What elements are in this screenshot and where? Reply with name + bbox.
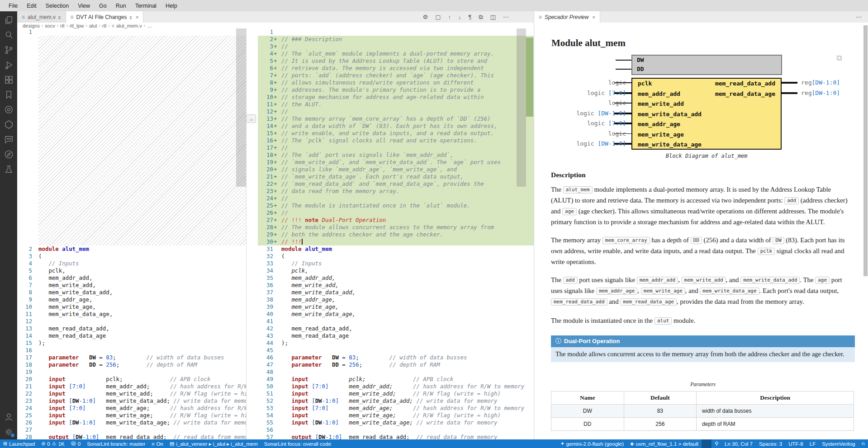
diff-modified-pane[interactable]: 1 2+// ### Description3+//4+// The `alut… — [258, 28, 534, 439]
statusbar-dvt-toggle[interactable]: ≡On — [148, 439, 166, 448]
code-line[interactable]: 50 input [7:0] mem_addr_add; // hash add… — [258, 383, 534, 390]
breadcrumb-item[interactable]: alut — [89, 23, 97, 28]
code-line[interactable]: 22+// `mem_read_data_add` and `mem_read_… — [258, 180, 534, 188]
tab-alut-mem-v[interactable]: ≡alut_mem.vc — [17, 11, 66, 23]
code-line[interactable]: 9 mem_addr_age, — [17, 296, 246, 303]
menu-edit[interactable]: Edit — [23, 1, 41, 10]
code-line[interactable]: 46 parameter DW = 83; // width of data b… — [258, 354, 534, 361]
code-line[interactable]: 24 input [7:0] mem_addr_age; // hash add… — [17, 405, 246, 412]
statusbar-sonarlint-branch[interactable]: SonarLint branch: master — [84, 439, 148, 448]
flask-icon[interactable] — [0, 162, 17, 177]
chat-icon[interactable] — [0, 132, 17, 147]
statusbar-search-status-icon[interactable]: ⚲ — [711, 439, 721, 448]
frame-icon[interactable]: ▢ — [435, 14, 441, 20]
code-line[interactable]: 54 input mem_write_age; // R/W flag (wri… — [258, 412, 534, 419]
close-icon[interactable]: × — [136, 14, 138, 20]
code-line[interactable]: 52 input [DW-1:0] mem_write_data_add; //… — [258, 397, 534, 405]
code-line[interactable]: 47 parameter DD = 256; // depth of RAM — [258, 361, 534, 368]
code-line[interactable]: 31 module alut_mem — [258, 245, 534, 253]
code-line[interactable]: 27+// !!! note Dual-Port Operation — [258, 217, 534, 224]
code-line[interactable]: 39 mem_write_age, — [258, 303, 534, 311]
code-line[interactable]: 48 — [258, 368, 534, 376]
code-line[interactable]: 26 input [DW-1:0] mem_write_data_age; //… — [17, 419, 246, 426]
code-line[interactable]: 24+// — [258, 195, 534, 202]
menu-view[interactable]: View — [74, 1, 94, 10]
tab-dvt-ai-file-changes[interactable]: ≡DVT AI File Changesc× — [66, 11, 144, 23]
code-line[interactable]: 37 mem_write_data_add, — [258, 289, 534, 296]
breadcrumb-item[interactable]: rtl_lpw — [70, 23, 84, 28]
breadcrumb-item[interactable]: designs — [23, 23, 40, 28]
menu-file[interactable]: File — [5, 1, 22, 10]
code-line[interactable]: 5 pclk, — [17, 267, 246, 274]
more-actions-icon[interactable]: ⋯ — [856, 14, 862, 20]
code-line[interactable]: 7+// ports: `add` (address checker) and … — [258, 72, 534, 79]
dvt-hexagon-icon[interactable] — [0, 117, 17, 132]
code-line[interactable]: 9+// addresses. The module's primary fun… — [258, 86, 534, 94]
breadcrumb-item[interactable]: rtl — [102, 23, 106, 28]
more-actions-icon[interactable]: ⋯ — [503, 14, 509, 20]
statusbar-sonarlint-focus[interactable]: SonarLint focus: overall code — [261, 439, 334, 448]
code-line[interactable]: 3( — [17, 253, 246, 260]
arrow-down-icon[interactable]: ↓ — [458, 14, 461, 20]
code-line[interactable]: 20+// signals like `mem_addr_age`, `mem_… — [258, 166, 534, 173]
diff-revert-arrow-button[interactable]: → — [246, 114, 256, 123]
statusbar-ai-model[interactable]: ✦gemini-2.0-flash (google) — [557, 439, 627, 448]
menu-help[interactable]: Help — [161, 1, 181, 10]
code-line[interactable]: 18 parameter DD = 256; // depth of RAM — [17, 361, 246, 368]
code-line[interactable]: 5+// It is used by the Address Lookup Ta… — [258, 57, 534, 65]
code-line[interactable]: 8 mem_write_data_add, — [17, 289, 246, 296]
code-line[interactable]: 49 input pclk; // APB clock — [258, 376, 534, 383]
code-line[interactable]: 16+// The `pclk` signal clocks all read … — [258, 137, 534, 144]
statusbar-language-mode[interactable]: SystemVerilog — [819, 439, 859, 448]
code-line[interactable]: 18+// The `add` port uses signals like `… — [258, 151, 534, 159]
run-debug-icon[interactable] — [0, 57, 17, 72]
code-line[interactable]: 21+// `mem_write_data_age`. Each port's … — [258, 173, 534, 180]
statusbar-cursor-position[interactable]: Ln 30, Col 7 — [721, 439, 756, 448]
statusbar-eol[interactable]: LF — [806, 439, 819, 448]
settings-gear-icon[interactable]: ⚙ — [422, 14, 428, 20]
code-line[interactable]: 29+// both the address checker and the a… — [258, 231, 534, 238]
code-line[interactable]: 21 input [7:0] mem_addr_add; // hash add… — [17, 383, 246, 390]
code-line[interactable]: 17+// — [258, 144, 534, 151]
settings-icon[interactable] — [0, 424, 17, 439]
code-line[interactable]: 1 — [258, 28, 534, 36]
code-line[interactable]: 10+// storage mechanism for address and … — [258, 94, 534, 101]
close-icon[interactable]: × — [592, 14, 595, 20]
statusbar-instance-path[interactable]: ▤i_alut_veneer ▸ i_alut ▸ i_alut_mem — [166, 439, 261, 448]
code-line[interactable]: 20 input pclk; // APB clock — [17, 376, 246, 383]
code-line[interactable]: 3+// — [258, 43, 534, 50]
statusbar-indentation[interactable]: Spaces: 3 — [756, 439, 785, 448]
statusbar-notifications-bell-icon[interactable]: ⍾ — [859, 439, 868, 448]
left-pane-scrollbar[interactable] — [236, 28, 246, 187]
code-line[interactable]: 44 ); — [258, 340, 534, 347]
diff-original-pane[interactable]: 12module alut_mem3(4 // Inputs5 pclk,6 m… — [17, 28, 247, 439]
code-line[interactable]: 14+// and a data width of `DW` (83). Eac… — [258, 123, 534, 130]
code-line[interactable]: 12 — [17, 318, 246, 325]
code-line[interactable]: 14 mem_read_data_age — [17, 332, 246, 340]
files-icon[interactable] — [0, 13, 17, 28]
statusbar-encoding[interactable]: UTF-8 — [785, 439, 806, 448]
code-line[interactable]: 22 input mem_write_add; // R/W flag (wri… — [17, 390, 246, 397]
source-control-icon[interactable] — [0, 42, 17, 57]
code-line[interactable]: 2+// ### Description — [258, 36, 534, 43]
code-line[interactable]: 23+// data read from the memory array. — [258, 188, 534, 195]
code-line[interactable]: 15+// write enable, and write data input… — [258, 130, 534, 137]
code-line[interactable]: 2module alut_mem — [17, 245, 246, 253]
code-line[interactable]: 53 input [7:0] mem_addr_age; // hash add… — [258, 405, 534, 412]
code-line[interactable]: 51 input mem_write_add; // R/W flag (wri… — [258, 390, 534, 397]
statusbar-notification-block[interactable] — [702, 439, 711, 448]
code-line[interactable]: 38 mem_addr_age, — [258, 296, 534, 303]
code-line[interactable]: 12+// — [258, 108, 534, 115]
code-line[interactable]: 4 // Inputs — [17, 260, 246, 267]
code-line[interactable]: 13+// The memory array `mem_core_array` … — [258, 115, 534, 123]
arrow-up-icon[interactable]: ↑ — [448, 14, 451, 20]
statusbar-problems[interactable]: ⊘0⚠1K — [38, 439, 68, 448]
code-line[interactable]: 17 parameter DW = 83; // width of data b… — [17, 354, 246, 361]
statusbar-launchpad[interactable]: ⊞Launchpad — [0, 439, 38, 448]
code-line[interactable]: 23 input [DW-1:0] mem_write_data_add; //… — [17, 397, 246, 405]
code-line[interactable]: 6 mem_addr_add, — [17, 274, 246, 282]
code-line[interactable]: 6+// retrieve data. The memory is access… — [258, 65, 534, 72]
menu-run[interactable]: Run — [112, 1, 130, 10]
code-line[interactable]: 4+// The `alut_mem` module implements a … — [258, 50, 534, 57]
breadcrumb[interactable]: designs›socv›rtl›rtl_lpw›alut›rtl›≡alut_… — [17, 23, 534, 28]
